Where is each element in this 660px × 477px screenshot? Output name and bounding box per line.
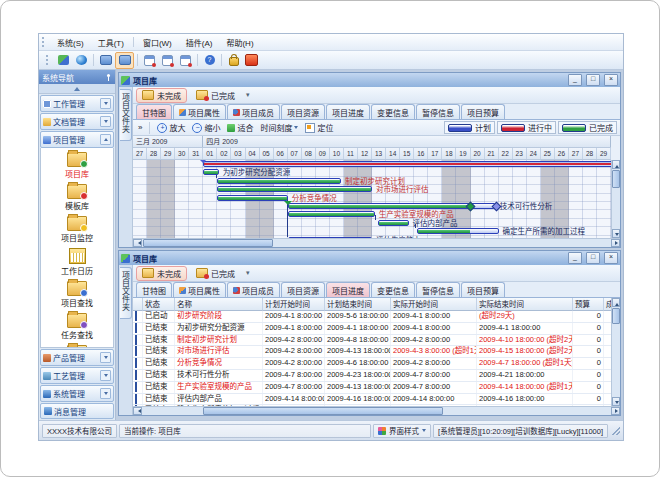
menu-help[interactable]: 帮助(H) (219, 36, 260, 49)
group-toggle-button[interactable] (100, 388, 111, 399)
sidebar-item-project-library[interactable]: 项目库 (65, 150, 89, 182)
sidebar-item-task-search[interactable]: 任务查找 (61, 311, 93, 343)
scroll-down-arrow[interactable] (612, 229, 620, 238)
gantt-tab-changes[interactable]: 变更信息 (371, 104, 415, 119)
gantt-task-bar[interactable] (288, 211, 375, 217)
scroll-up-arrow[interactable] (612, 160, 620, 169)
table-tab-resources[interactable]: 项目资源 (281, 282, 325, 297)
table-tab-progress[interactable]: 项目进度 (326, 282, 370, 297)
ui-style-selector[interactable]: 界面样式 (373, 424, 431, 438)
column-header-5[interactable]: 实际开始时间 (391, 298, 477, 311)
table-panel-titlebar[interactable]: 项目库 _ □ × (119, 251, 620, 265)
table-vertical-scrollbar[interactable] (611, 298, 620, 406)
table-row[interactable]: 已启动初步研究阶段2009-4-1 8:00:002009-5-6 18:00:… (133, 311, 611, 323)
scroll-thumb[interactable] (612, 170, 620, 188)
table-tab-budget[interactable]: 项目预算 (461, 282, 505, 297)
sidebar-group-product[interactable]: 产品管理 (40, 349, 114, 366)
gantt-locate-button[interactable]: 定位 (303, 122, 335, 133)
column-header-icon[interactable] (133, 298, 143, 311)
lock-button[interactable] (225, 53, 242, 68)
table-tab-changes[interactable]: 变更信息 (371, 282, 415, 297)
sidebar-item-project-search[interactable]: 项目查找 (61, 279, 93, 311)
group-toggle-button[interactable] (100, 98, 111, 109)
maximize-button[interactable]: □ (586, 252, 600, 264)
filter-tabs-overflow-button[interactable]: ▾ (246, 91, 250, 99)
table-row[interactable]: 已结束为初步研究分配资源2009-4-1 8:00:002009-4-1 18:… (133, 323, 611, 335)
gantt-task-bar[interactable] (378, 220, 409, 226)
scroll-right-arrow[interactable] (611, 407, 620, 415)
resize-grip[interactable] (612, 427, 620, 435)
sidebar-group-docs[interactable]: 文档管理 (40, 113, 114, 130)
scroll-right-arrow[interactable] (611, 239, 620, 247)
form-new-button[interactable] (141, 53, 158, 68)
gantt-zoom-in-button[interactable]: +放大 (155, 122, 187, 133)
gantt-vertical-scrollbar[interactable] (611, 160, 620, 238)
column-header-3[interactable]: 计划开始时间 (263, 298, 325, 311)
table-row[interactable]: 已结束评估内部产品2009-4-14 8:00:002009-4-16 18:0… (133, 394, 611, 406)
minimize-button[interactable]: _ (568, 252, 582, 264)
sidebar-group-system[interactable]: 系统管理 (40, 385, 114, 402)
table-row[interactable]: 已结束技术可行性分析2009-4-7 8:00:002009-4-23 18:0… (133, 370, 611, 382)
table-tab-members[interactable]: 项目成员 (227, 282, 280, 297)
table-row[interactable]: 已结束对市场进行评估2009-4-2 8:00:002009-4-13 18:0… (133, 346, 611, 358)
project-folder-side-tab[interactable]: 项目文件夹 (120, 89, 132, 141)
gantt-filter-tab-finished[interactable]: 已完成 (190, 88, 241, 103)
gantt-tab-attrs[interactable]: 项目属性 (173, 104, 226, 119)
form-check-button[interactable] (177, 53, 194, 68)
gantt-time-scale-button[interactable]: 时间刻度 (258, 122, 300, 133)
group-toggle-button[interactable] (100, 352, 111, 363)
scroll-left-arrow[interactable] (133, 239, 142, 247)
table-row[interactable]: 已结束分析竞争情况2009-4-2 8:00:002009-4-6 18:00:… (133, 358, 611, 370)
sidebar-item-project-monitor[interactable]: 项目监控 (61, 214, 93, 246)
table-tab-attrs[interactable]: 项目属性 (173, 282, 226, 297)
gantt-panel-titlebar[interactable]: 项目库 _ □ × (119, 73, 620, 87)
gantt-tab-budget[interactable]: 项目预算 (461, 104, 505, 119)
table-filter-tab-finished[interactable]: 已完成 (190, 266, 241, 281)
menu-system[interactable]: 系统(S) (50, 36, 91, 49)
gantt-task-bar[interactable] (203, 169, 218, 175)
sidebar-collapse-button[interactable] (39, 84, 115, 94)
group-toggle-button[interactable] (100, 134, 111, 145)
form-edit-button[interactable] (159, 53, 176, 68)
close-button[interactable]: × (604, 74, 618, 86)
column-header-6[interactable]: 实际结束时间 (477, 298, 573, 311)
globe-button[interactable] (73, 53, 90, 68)
column-header-1[interactable]: 状态 (143, 298, 175, 311)
toolbar-overflow-button[interactable]: » (136, 123, 144, 132)
table-row[interactable]: 已结束制定初步研究计划2009-4-2 8:00:002009-4-8 18:0… (133, 335, 611, 347)
gantt-task-bar[interactable] (217, 195, 287, 201)
group-toggle-button[interactable] (100, 116, 111, 127)
scroll-up-arrow[interactable] (612, 298, 620, 307)
menu-plugins[interactable]: 插件(A) (179, 36, 220, 49)
project-folder-side-tab[interactable]: 项目文件夹 (120, 267, 132, 319)
scroll-thumb[interactable] (143, 239, 273, 247)
gantt-tab-members[interactable]: 项目成员 (227, 104, 280, 119)
gantt-task-bar[interactable] (217, 178, 341, 184)
scroll-down-arrow[interactable] (612, 397, 620, 406)
scroll-left-arrow[interactable] (133, 407, 142, 415)
folder-window-button[interactable] (115, 52, 134, 69)
help-button[interactable]: ? (201, 53, 218, 68)
sidebar-item-template-library[interactable]: 模板库 (65, 182, 89, 214)
column-header-8[interactable]: 成 (604, 298, 611, 311)
gantt-filter-tab-unfinished[interactable]: 未完成 (136, 88, 187, 103)
folder-button[interactable] (97, 53, 114, 68)
scroll-thumb[interactable] (203, 407, 443, 415)
gantt-zoom-out-button[interactable]: −缩小 (190, 122, 222, 133)
pin-icon[interactable] (105, 74, 112, 81)
table-row[interactable]: 已结束生产实验室规模的产品2009-4-7 8:00:002009-4-13 1… (133, 382, 611, 394)
gantt-tab-resources[interactable]: 项目资源 (281, 104, 325, 119)
gantt-summary-bar[interactable] (203, 161, 611, 167)
sidebar-group-work[interactable]: 工作管理 (40, 95, 114, 112)
gantt-task-bar[interactable] (217, 186, 372, 192)
table-tab-gantt[interactable]: 甘特图 (136, 282, 172, 297)
filter-tabs-overflow-button[interactable]: ▾ (246, 269, 250, 277)
gantt-tab-gantt[interactable]: 甘特图 (136, 104, 172, 119)
exit-button[interactable] (243, 53, 260, 68)
menu-window[interactable]: 窗口(W) (136, 36, 179, 49)
sidebar-item-work-calendar[interactable]: 工作日历 (61, 246, 93, 279)
table-horizontal-scrollbar[interactable] (133, 406, 620, 415)
sidebar-group-craft[interactable]: 工艺管理 (40, 367, 114, 384)
maximize-button[interactable]: □ (586, 74, 600, 86)
menu-tools[interactable]: 工具(T) (91, 36, 131, 49)
